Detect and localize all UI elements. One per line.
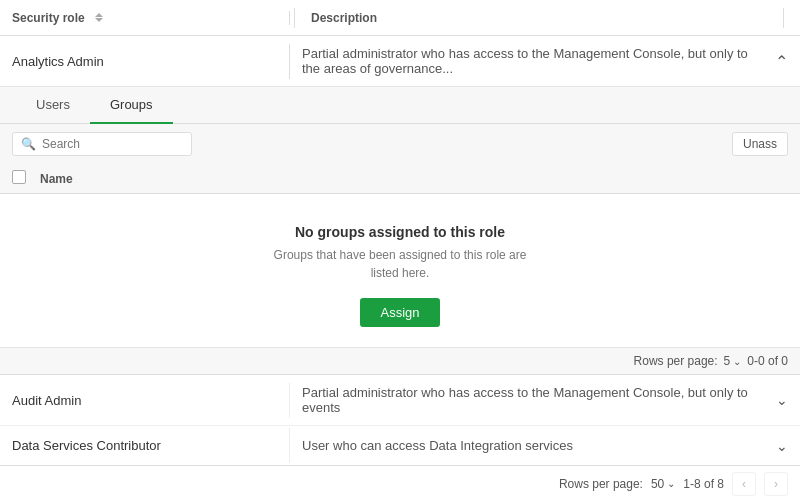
role-column-header: Security role: [0, 11, 290, 25]
tabs-bar: Users Groups: [0, 87, 800, 124]
tab-users[interactable]: Users: [16, 87, 90, 124]
empty-state: No groups assigned to this role Groups t…: [0, 194, 800, 347]
empty-state-subtitle: Groups that have been assigned to this r…: [274, 246, 527, 282]
audit-admin-role-name: Audit Admin: [0, 383, 290, 418]
expand-data-services-button[interactable]: ⌄: [764, 438, 800, 454]
checkbox-col: [12, 170, 40, 187]
bottom-rows-per-page-select[interactable]: 50 ⌄: [651, 477, 675, 491]
bottom-rows-per-page-label: Rows per page:: [559, 477, 643, 491]
search-box[interactable]: 🔍: [12, 132, 192, 156]
inner-pagination-row: Rows per page: 5 ⌄ 0-0 of 0: [0, 347, 800, 374]
analytics-admin-description: Partial administrator who has access to …: [290, 36, 763, 86]
row-data-services-contributor: Data Services Contributor User who can a…: [0, 426, 800, 466]
column-divider: [294, 8, 295, 28]
sort-icon[interactable]: [95, 13, 103, 22]
tab-groups[interactable]: Groups: [90, 87, 173, 124]
row-audit-admin: Audit Admin Partial administrator who ha…: [0, 375, 800, 426]
search-icon: 🔍: [21, 137, 36, 151]
column-divider2: [783, 8, 784, 28]
assign-button[interactable]: Assign: [360, 298, 439, 327]
inner-table-header: Name: [0, 164, 800, 194]
bottom-pagination-range: 1-8 of 8: [683, 477, 724, 491]
inner-panel: Users Groups 🔍 Unass Name: [0, 86, 800, 374]
collapse-button[interactable]: ⌃: [763, 52, 800, 71]
expanded-row-header: Analytics Admin Partial administrator wh…: [0, 36, 800, 86]
data-services-description: User who can access Data Integration ser…: [290, 428, 764, 463]
expand-audit-admin-button[interactable]: ⌄: [764, 392, 800, 408]
analytics-admin-role-name: Analytics Admin: [0, 44, 290, 79]
description-column-header: Description: [299, 8, 800, 28]
role-column-label: Security role: [12, 11, 85, 25]
previous-page-button[interactable]: ‹: [732, 472, 756, 496]
select-all-checkbox[interactable]: [12, 170, 26, 184]
data-services-role-name: Data Services Contributor: [0, 428, 290, 463]
unassign-button[interactable]: Unass: [732, 132, 788, 156]
expanded-row-analytics-admin: Analytics Admin Partial administrator wh…: [0, 36, 800, 375]
rows-per-page-select[interactable]: 5 ⌄: [724, 354, 742, 368]
bottom-pagination: Rows per page: 50 ⌄ 1-8 of 8 ‹ ›: [0, 465, 800, 501]
chevron-down-icon: ⌄: [733, 356, 741, 367]
empty-state-title: No groups assigned to this role: [295, 224, 505, 240]
audit-admin-description: Partial administrator who has access to …: [290, 375, 764, 425]
next-page-button[interactable]: ›: [764, 472, 788, 496]
search-input[interactable]: [42, 137, 183, 151]
rows-per-page-label: Rows per page:: [634, 354, 718, 368]
description-column-label: Description: [311, 11, 377, 25]
pagination-range: 0-0 of 0: [747, 354, 788, 368]
inner-toolbar: 🔍 Unass: [0, 124, 800, 164]
chevron-down-icon-bottom: ⌄: [667, 478, 675, 489]
name-column-header: Name: [40, 172, 73, 186]
main-table-header: Security role Description: [0, 0, 800, 36]
